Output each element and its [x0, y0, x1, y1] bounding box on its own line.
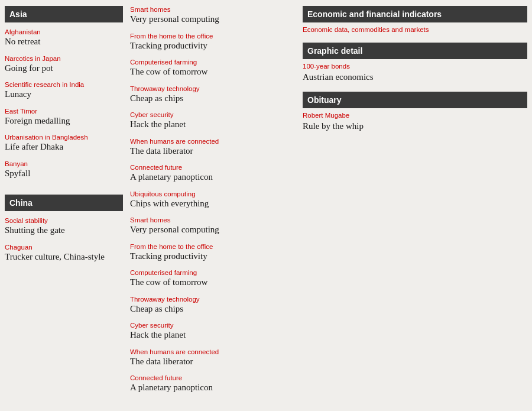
- list-item: Urbanisation in BangladeshLife after Dha…: [5, 134, 123, 153]
- article-category[interactable]: Scientific research in India: [5, 81, 123, 88]
- list-item: ChaguanTrucker culture, China-style: [5, 244, 123, 263]
- right-section-1: Graphic detail100-year bondsAustrian eco…: [303, 43, 527, 82]
- right-subtitle[interactable]: Robert Mugabe: [303, 112, 527, 119]
- article-title: Going for pot: [5, 63, 123, 75]
- article-category[interactable]: Social stability: [5, 217, 123, 224]
- article-title: The data liberator: [130, 145, 296, 157]
- article-title: Hack the planet: [130, 329, 296, 341]
- list-item: Social stabilityShutting the gate: [5, 217, 123, 237]
- article-category[interactable]: East Timor: [5, 108, 123, 115]
- article-category[interactable]: Smart homes: [130, 216, 296, 224]
- list-item: Throwaway technologyCheap as chips: [130, 85, 296, 105]
- article-category[interactable]: When humans are connected: [130, 348, 296, 355]
- right-section-header-1: Graphic detail: [303, 43, 527, 59]
- left-section-header-1: China: [5, 195, 123, 211]
- list-item: BanyanSpyfall: [5, 160, 123, 180]
- article-title: Hack the planet: [130, 119, 296, 131]
- list-item: From the home to the officeTracking prod…: [130, 243, 296, 263]
- article-category[interactable]: Afghanistan: [5, 28, 123, 35]
- list-item: Cyber securityHack the planet: [130, 322, 296, 341]
- right-section-header-2: Obituary: [303, 92, 527, 108]
- article-category[interactable]: Smart homes: [130, 6, 296, 13]
- list-item: Connected futureA planetary panopticon: [130, 164, 296, 183]
- article-category[interactable]: Banyan: [5, 160, 123, 167]
- article-title: Cheap as chips: [130, 303, 296, 315]
- article-title: The cow of tomorrow: [130, 277, 296, 289]
- list-item: Smart homesVery personal computing: [130, 216, 296, 236]
- article-category[interactable]: From the home to the office: [130, 33, 296, 40]
- article-category[interactable]: Cyber security: [130, 111, 296, 118]
- right-column: Economic and financial indicatorsEconomi…: [303, 6, 527, 405]
- article-category[interactable]: Computerised farming: [130, 269, 296, 276]
- article-title: Cheap as chips: [130, 93, 296, 105]
- list-item: Smart homesVery personal computing: [130, 6, 296, 25]
- list-item: Computerised farmingThe cow of tomorrow: [130, 269, 296, 289]
- article-category[interactable]: From the home to the office: [130, 243, 296, 250]
- article-title: A planetary panopticon: [130, 171, 296, 183]
- article-category[interactable]: When humans are connected: [130, 138, 296, 145]
- article-title: Spyfall: [5, 168, 123, 180]
- left-section-header-0: Asia: [5, 6, 123, 22]
- article-category[interactable]: Throwaway technology: [130, 296, 296, 303]
- list-item: Ubiquitous computingChips with everythin…: [130, 190, 296, 210]
- left-column: AsiaAfghanistanNo retreatNarcotics in Ja…: [5, 6, 123, 405]
- right-section-header-0: Economic and financial indicators: [303, 6, 527, 22]
- article-category[interactable]: Narcotics in Japan: [5, 55, 123, 62]
- article-category[interactable]: Chaguan: [5, 244, 123, 251]
- article-title: Lunacy: [5, 89, 123, 101]
- article-title: Very personal computing: [130, 224, 296, 236]
- article-title: Very personal computing: [130, 14, 296, 25]
- article-category[interactable]: Connected future: [130, 164, 296, 171]
- article-title: Trucker culture, China-style: [5, 251, 123, 263]
- right-subtitle[interactable]: Economic data, commodities and markets: [303, 26, 527, 33]
- right-section-2: ObituaryRobert MugabeRule by the whip: [303, 92, 527, 131]
- list-item: When humans are connectedThe data libera…: [130, 138, 296, 157]
- page-container: AsiaAfghanistanNo retreatNarcotics in Ja…: [0, 0, 532, 411]
- article-title: No retreat: [5, 36, 123, 48]
- list-item: Computerised farmingThe cow of tomorrow: [130, 59, 296, 78]
- right-section-0: Economic and financial indicatorsEconomi…: [303, 6, 527, 33]
- article-title: Shutting the gate: [5, 225, 123, 237]
- article-title: Rule by the whip: [303, 121, 527, 131]
- article-title: Austrian economics: [303, 72, 527, 82]
- list-item: Connected futureA planetary panopticon: [130, 374, 296, 394]
- article-title: Chips with everything: [130, 198, 296, 210]
- article-category[interactable]: Ubiquitous computing: [130, 190, 296, 198]
- article-title: Life after Dhaka: [5, 141, 123, 153]
- article-category[interactable]: Urbanisation in Bangladesh: [5, 134, 123, 141]
- list-item: East TimorForeign medalling: [5, 108, 123, 127]
- article-title: Foreign medalling: [5, 115, 123, 127]
- list-item: Scientific research in IndiaLunacy: [5, 81, 123, 101]
- article-title: Tracking productivity: [130, 40, 296, 52]
- list-item: Cyber securityHack the planet: [130, 111, 296, 131]
- article-category[interactable]: Cyber security: [130, 322, 296, 329]
- article-category[interactable]: Computerised farming: [130, 59, 296, 66]
- article-title: A planetary panopticon: [130, 382, 296, 394]
- middle-column: Smart homesVery personal computingFrom t…: [130, 6, 296, 405]
- article-title: The data liberator: [130, 356, 296, 368]
- right-subtitle[interactable]: 100-year bonds: [303, 63, 527, 70]
- article-category[interactable]: Throwaway technology: [130, 85, 296, 92]
- article-title: The cow of tomorrow: [130, 66, 296, 78]
- list-item: Narcotics in JapanGoing for pot: [5, 55, 123, 75]
- list-item: When humans are connectedThe data libera…: [130, 348, 296, 368]
- list-item: Throwaway technologyCheap as chips: [130, 296, 296, 315]
- article-title: Tracking productivity: [130, 251, 296, 263]
- list-item: AfghanistanNo retreat: [5, 28, 123, 48]
- list-item: From the home to the officeTracking prod…: [130, 33, 296, 52]
- article-category[interactable]: Connected future: [130, 374, 296, 381]
